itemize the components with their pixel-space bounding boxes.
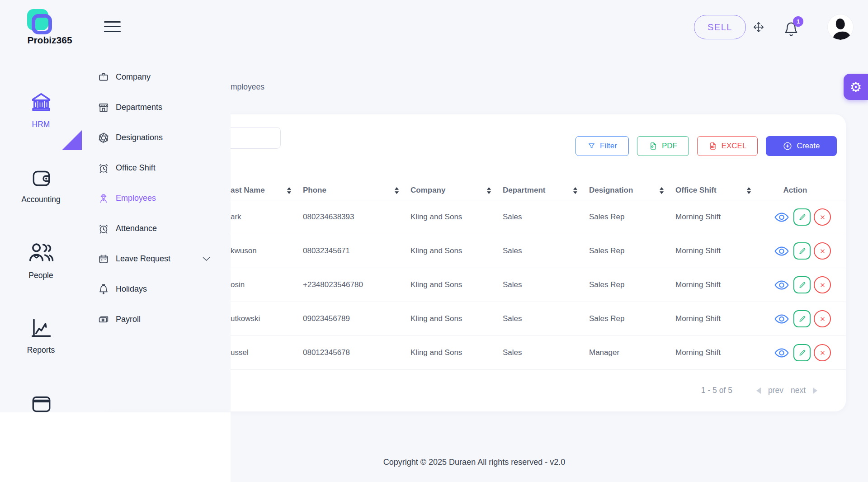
header-company[interactable]: Company — [410, 181, 503, 200]
pagination-range: 1 - 5 of 5 — [701, 386, 732, 395]
cell-designation: Sales Rep — [589, 268, 675, 302]
cell-office-shift: Morning Shift — [675, 268, 763, 302]
settings-gear-button[interactable]: ⚙ — [844, 74, 868, 100]
edit-button[interactable] — [793, 344, 811, 361]
cell-actions — [763, 234, 846, 268]
filter-button[interactable]: Filter — [576, 136, 629, 156]
view-button[interactable] — [773, 278, 790, 292]
header-department[interactable]: Department — [503, 181, 589, 200]
cell-actions — [763, 200, 846, 234]
gear-icon: ⚙ — [850, 79, 862, 95]
hrm-flyout-menu: Company Departments Desig — [82, 61, 231, 411]
menu-item-label: Office Shift — [116, 163, 156, 173]
create-button[interactable]: Create — [766, 136, 837, 156]
delete-button[interactable] — [814, 276, 831, 293]
view-button[interactable] — [773, 312, 790, 326]
pagination-next-arrow-icon[interactable] — [813, 387, 817, 394]
sort-icon[interactable] — [394, 187, 400, 194]
sidebar-item-reports[interactable]: Reports — [0, 316, 82, 355]
cell-phone: 08012345678 — [303, 336, 410, 369]
menu-item-departments[interactable]: Departments — [82, 92, 231, 123]
sort-icon[interactable] — [746, 187, 752, 194]
cell-actions — [763, 336, 846, 369]
pagination-prev-arrow-icon[interactable] — [756, 387, 761, 394]
header-action: Action — [763, 181, 846, 200]
view-button[interactable] — [773, 346, 790, 359]
create-button-label: Create — [797, 142, 820, 151]
cell-designation: Sales Rep — [589, 200, 675, 234]
sort-icon[interactable] — [286, 187, 292, 194]
view-button[interactable] — [773, 210, 790, 224]
edit-button[interactable] — [793, 310, 811, 327]
menu-item-holidays[interactable]: Holidays — [82, 274, 231, 304]
edit-button[interactable] — [793, 276, 811, 293]
edit-button[interactable] — [793, 242, 811, 260]
alarm-clock-icon — [97, 162, 109, 174]
pdf-export-button[interactable]: PDF — [637, 136, 689, 156]
fullscreen-move-icon[interactable] — [751, 19, 766, 35]
pdf-button-label: PDF — [662, 142, 677, 151]
cell-company: Kling and Sons — [410, 268, 503, 302]
cell-company: Kling and Sons — [410, 200, 503, 234]
sell-button[interactable]: SELL — [694, 15, 746, 39]
notification-bell-icon[interactable]: 1 — [783, 20, 803, 38]
sidebar-item-label: Accounting — [0, 195, 82, 204]
view-button[interactable] — [773, 244, 790, 258]
aperture-icon — [97, 132, 109, 144]
sidebar-item-people[interactable]: People — [0, 241, 82, 280]
hamburger-menu-icon[interactable] — [104, 21, 121, 32]
bottom-left-panel — [0, 412, 231, 482]
cell-company: Kling and Sons — [410, 234, 503, 268]
header-office-shift[interactable]: Office Shift — [675, 181, 763, 200]
sort-icon[interactable] — [659, 187, 665, 194]
menu-item-label: Departments — [116, 103, 162, 112]
excel-export-button[interactable]: EXCEL — [697, 136, 758, 156]
delete-button[interactable] — [814, 242, 831, 260]
pagination-next[interactable]: next — [791, 386, 806, 395]
table-toolbar: Filter PDF EXCEL Create — [576, 136, 837, 156]
cell-office-shift: Morning Shift — [675, 302, 763, 336]
cell-office-shift: Morning Shift — [675, 200, 763, 234]
sort-icon[interactable] — [486, 187, 492, 194]
wallet-icon — [0, 166, 82, 189]
logo-ring-shape — [32, 14, 52, 34]
header-designation[interactable]: Designation — [589, 181, 675, 200]
bank-icon — [0, 90, 82, 114]
menu-item-label: Payroll — [116, 315, 141, 324]
pagination: 1 - 5 of 5 prev next — [701, 386, 817, 395]
cell-company: Kling and Sons — [410, 336, 503, 369]
menu-item-attendance[interactable]: Attendance — [82, 213, 231, 244]
menu-item-office-shift[interactable]: Office Shift — [82, 153, 231, 183]
sidebar-item-accounting[interactable]: Accounting — [0, 166, 82, 204]
sort-icon[interactable] — [572, 187, 578, 194]
sidebar-item-hrm[interactable]: HRM — [0, 90, 82, 129]
menu-item-label: Company — [116, 72, 151, 82]
menu-item-label: Attendance — [116, 224, 157, 233]
cell-designation: Manager — [589, 336, 675, 369]
user-avatar[interactable] — [828, 14, 853, 40]
menu-item-designations[interactable]: Designations — [82, 123, 231, 153]
delete-button[interactable] — [814, 344, 831, 361]
cash-icon — [97, 314, 109, 326]
menu-item-company[interactable]: Company — [82, 62, 231, 92]
delete-button[interactable] — [814, 208, 831, 226]
chart-icon — [0, 316, 82, 340]
header-phone[interactable]: Phone — [303, 181, 410, 200]
menu-item-payroll[interactable]: Payroll — [82, 304, 231, 335]
storefront-icon — [97, 102, 109, 113]
header-last-name[interactable]: ast Name — [231, 181, 303, 200]
delete-button[interactable] — [814, 310, 831, 327]
cell-office-shift: Morning Shift — [675, 336, 763, 369]
edit-button[interactable] — [793, 208, 811, 226]
menu-item-leave-request[interactable]: Leave Request — [82, 244, 231, 274]
credit-card-icon — [0, 395, 82, 413]
menu-item-employees[interactable]: Employees — [82, 183, 231, 213]
cell-company: Kling and Sons — [410, 302, 503, 336]
menu-item-label: Holidays — [116, 284, 147, 294]
pagination-prev[interactable]: prev — [768, 386, 783, 395]
cell-designation: Sales Rep — [589, 302, 675, 336]
sidebar-item-label: Reports — [0, 345, 82, 355]
cell-department: Sales — [503, 234, 589, 268]
cell-last-name: ussel — [231, 336, 303, 369]
cell-last-name: osin — [231, 268, 303, 302]
